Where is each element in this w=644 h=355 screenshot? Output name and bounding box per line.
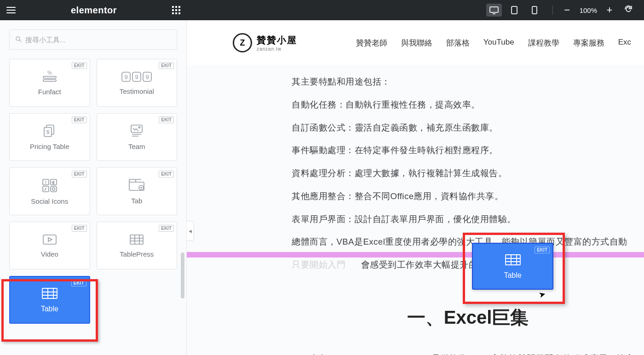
search-box bbox=[9, 29, 177, 50]
search-input[interactable] bbox=[25, 36, 171, 44]
article-paragraph: 其他應用整合：整合不同Office應用，資料協作共享。 bbox=[292, 190, 644, 203]
widget-label: Pricing Table bbox=[30, 143, 69, 150]
svg-rect-6 bbox=[43, 80, 56, 81]
nav-item[interactable]: 部落格 bbox=[446, 38, 470, 48]
svg-rect-29 bbox=[506, 255, 520, 265]
widget-video[interactable]: EKIT Video bbox=[9, 222, 90, 269]
article-paragraph: 自動化任務：自動執行重複性任務，提高效率。 bbox=[292, 98, 644, 111]
tab-icon bbox=[127, 178, 146, 192]
site-header: Z 贊贊小屋 zanzan.tw 贊贊老師 與我聯絡 部落格 YouTube 課… bbox=[187, 20, 644, 65]
svg-text:9: 9 bbox=[146, 74, 149, 80]
team-icon bbox=[129, 124, 144, 138]
preview-canvas: ◂ Z 贊贊小屋 zanzan.tw 贊贊老師 與我聯絡 部落格 YouTube… bbox=[187, 20, 644, 355]
widget-testimonial[interactable]: EKIT 9 9 9 Testimonial bbox=[97, 59, 178, 107]
brand-label: elementor bbox=[71, 5, 117, 16]
svg-rect-2 bbox=[532, 6, 537, 14]
widget-social-icons[interactable]: EKIT f Social Icons bbox=[9, 167, 90, 215]
widget-tag: EKIT bbox=[159, 225, 174, 232]
apps-grid-icon[interactable] bbox=[172, 6, 180, 14]
tablepress-icon bbox=[129, 234, 144, 246]
zoom-in-button[interactable]: + bbox=[605, 4, 614, 16]
nav-item[interactable]: 與我聯絡 bbox=[401, 38, 432, 48]
widget-team[interactable]: EKIT Team bbox=[97, 113, 178, 161]
widget-tag: EKIT bbox=[72, 171, 87, 178]
scrollbar-thumb[interactable] bbox=[181, 252, 184, 298]
widget-label: Social Icons bbox=[31, 197, 68, 205]
zoom-out-button[interactable]: − bbox=[563, 4, 571, 16]
svg-rect-28 bbox=[42, 288, 57, 298]
svg-text:f: f bbox=[45, 180, 46, 185]
widget-label: TablePress bbox=[120, 250, 154, 258]
widget-tag: EKIT bbox=[72, 116, 87, 123]
widget-label: Table bbox=[504, 271, 521, 280]
widget-tag: EKIT bbox=[72, 225, 87, 232]
separator bbox=[552, 6, 553, 15]
article-paragraph: 其主要特點和用途包括： bbox=[292, 75, 644, 88]
widget-label: Tab bbox=[131, 197, 142, 205]
drag-ghost-table[interactable]: EKIT Table bbox=[472, 243, 553, 290]
widget-table[interactable]: EKIT Table bbox=[9, 276, 90, 324]
menu-icon[interactable] bbox=[6, 7, 16, 13]
video-icon bbox=[42, 234, 58, 246]
article-paragraph: 資料處理分析：處理大數據，執行複雜計算生成報告。 bbox=[292, 167, 644, 180]
svg-text:%: % bbox=[47, 70, 52, 75]
svg-point-17 bbox=[139, 126, 140, 128]
widget-label: Table bbox=[41, 305, 58, 313]
widget-label: Testimonial bbox=[120, 87, 154, 95]
svg-text:$: $ bbox=[46, 129, 49, 135]
nav-item[interactable]: Exc bbox=[618, 38, 631, 48]
logo-mark-icon: Z bbox=[233, 33, 252, 52]
widget-tab[interactable]: EKIT Tab bbox=[97, 167, 178, 215]
table-icon bbox=[504, 253, 522, 267]
brand-cn: 贊贊小屋 bbox=[257, 34, 297, 46]
funfact-icon: % bbox=[40, 70, 59, 83]
widget-tag: EKIT bbox=[71, 280, 86, 286]
widget-label: Video bbox=[41, 250, 58, 258]
article-paragraph: VBA全名Visual Baisc Application，是微軟為Office… bbox=[292, 352, 644, 355]
widget-tag: EKIT bbox=[159, 171, 174, 178]
site-logo[interactable]: Z 贊贊小屋 zanzan.tw bbox=[233, 33, 297, 52]
widget-tablepress[interactable]: EKIT TablePress bbox=[97, 222, 178, 269]
article-paragraph: 事件驅動處理：在特定事件發生時執行相對應程序。 bbox=[292, 144, 644, 157]
article-body: 其主要特點和用途包括： 自動化任務：自動執行重複性任務，提高效率。 自訂函數公式… bbox=[187, 65, 644, 355]
nav-item[interactable]: YouTube bbox=[483, 38, 514, 48]
svg-rect-22 bbox=[51, 186, 57, 192]
desktop-view-button[interactable] bbox=[486, 4, 502, 17]
svg-rect-26 bbox=[43, 235, 56, 244]
panel-collapse-button[interactable]: ◂ bbox=[187, 221, 194, 241]
table-icon bbox=[40, 286, 59, 300]
search-icon bbox=[15, 36, 22, 44]
pricing-icon: $ bbox=[41, 124, 58, 138]
site-nav: 贊贊老師 與我聯絡 部落格 YouTube 課程教學 專案服務 Exc bbox=[356, 38, 631, 48]
article-paragraph: 總體而言，VBA是Excel重度使用者必學的強大工具，能夠以簡單而又豐富的方式自… bbox=[292, 235, 644, 248]
widget-funfact[interactable]: EKIT % Funfact bbox=[9, 59, 90, 107]
mobile-view-button[interactable] bbox=[527, 4, 542, 17]
svg-rect-5 bbox=[43, 76, 56, 78]
widget-pricing-table[interactable]: EKIT $ Pricing Table bbox=[9, 113, 90, 161]
svg-rect-1 bbox=[512, 6, 517, 14]
svg-rect-0 bbox=[490, 7, 498, 12]
svg-text:9: 9 bbox=[125, 74, 128, 80]
testimonial-icon: 9 9 9 bbox=[121, 71, 153, 83]
refresh-button[interactable] bbox=[624, 5, 633, 16]
tablet-view-button[interactable] bbox=[506, 4, 522, 17]
social-icon: f bbox=[41, 178, 58, 193]
nav-item[interactable]: 贊贊老師 bbox=[356, 38, 387, 48]
drop-indicator bbox=[187, 252, 644, 258]
nav-item[interactable]: 專案服務 bbox=[573, 38, 604, 48]
widget-tag: EKIT bbox=[72, 62, 87, 69]
article-paragraph: 表單用戶界面：設計自訂表單用戶界面，優化使用體驗。 bbox=[292, 213, 644, 226]
widget-tag: EKIT bbox=[159, 116, 174, 123]
brand-en: zanzan.tw bbox=[257, 46, 297, 52]
widget-label: Funfact bbox=[38, 88, 61, 96]
editor-topbar: elementor − 100% + bbox=[0, 0, 644, 20]
article-paragraph: 只要開始入門 會感受到工作效率大幅提升的巨大潛能。 bbox=[292, 258, 644, 271]
svg-point-23 bbox=[52, 188, 55, 190]
responsive-controls bbox=[486, 4, 542, 17]
article-paragraph: 自訂函數公式：靈活自定義函數，補充原生函數庫。 bbox=[292, 121, 644, 134]
article-heading: 一、Excel巨集 bbox=[292, 303, 644, 331]
svg-point-3 bbox=[16, 37, 20, 40]
svg-rect-27 bbox=[130, 235, 143, 244]
widget-tag: EKIT bbox=[159, 62, 174, 69]
nav-item[interactable]: 課程教學 bbox=[528, 38, 559, 48]
